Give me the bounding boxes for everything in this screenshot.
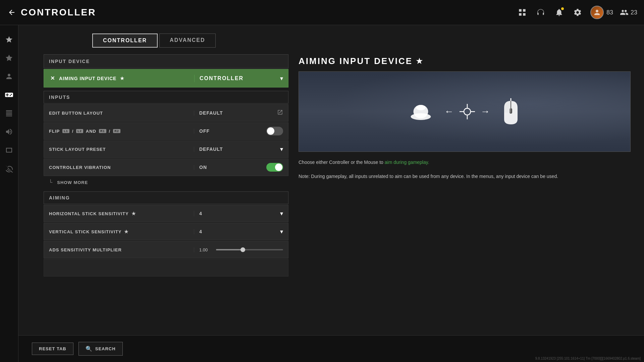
vertical-stick-sensitivity-value: 4 ▾	[194, 228, 288, 235]
tab-advanced[interactable]: ADVANCED	[159, 34, 215, 48]
crosshair-icon	[459, 103, 476, 120]
ads-sensitivity-label: ADS SENSITIVITY MULTIPLIER	[44, 247, 194, 252]
avatar	[590, 6, 604, 19]
joystick-icon	[408, 98, 434, 125]
tab-bar: CONTROLLER ADVANCED	[18, 25, 644, 48]
controller-vibration-value: ON	[194, 163, 288, 172]
vibration-toggle[interactable]	[266, 163, 283, 172]
svg-point-4	[464, 108, 471, 115]
right-panel-description1: Choose either Controller or the Mouse to…	[299, 159, 631, 166]
arrows-crosshair: ← →	[444, 103, 490, 120]
search-icon: 🔍	[86, 346, 93, 352]
horizontal-stick-sensitivity-value: 4 ▾	[194, 210, 288, 217]
sidebar-item-featured[interactable]	[2, 50, 17, 65]
horizontal-stick-sensitivity-row[interactable]: HORIZONTAL STICK SENSITIVITY ★ 4 ▾	[44, 205, 288, 222]
aiming-star-icon: ★	[120, 75, 124, 81]
svg-point-3	[417, 106, 421, 108]
flip-label: FLIP L1 / L2 AND R1 / R2	[44, 129, 194, 134]
tab-controller[interactable]: CONTROLLER	[92, 34, 158, 48]
chevron-down-icon: ▾	[280, 75, 283, 82]
show-more-corner-icon: └	[49, 179, 53, 185]
left-panel: INPUT DEVICE ✕ AIMING INPUT DEVICE ★ CON…	[44, 54, 288, 355]
external-link-icon	[277, 109, 283, 117]
user-avatar[interactable]: 83	[590, 6, 613, 19]
user-level: 83	[606, 9, 613, 16]
vss-star-icon: ★	[124, 229, 129, 234]
friends-section[interactable]: 23	[620, 8, 637, 17]
main-content: CONTROLLER ADVANCED INPUT DEVICE ✕ AIMIN…	[18, 25, 644, 362]
flip-toggle[interactable]	[266, 127, 283, 135]
search-button[interactable]: 🔍 SEARCH	[78, 342, 123, 356]
right-arrow-icon: →	[481, 106, 490, 117]
sidebar-item-starred[interactable]	[2, 32, 17, 47]
sidebar-item-network[interactable]	[2, 161, 17, 176]
ads-sensitivity-slider[interactable]	[216, 249, 283, 250]
edit-button-layout-row[interactable]: EDIT BUTTON LAYOUT DEFAULT	[44, 104, 288, 122]
toggle-thumb	[275, 164, 282, 171]
headset-icon[interactable]	[535, 7, 547, 18]
vss-chevron-icon: ▾	[280, 228, 283, 235]
ads-sensitivity-multiplier-row[interactable]: ADS SENSITIVITY MULTIPLIER 1.00	[44, 241, 288, 258]
sidebar-item-controller[interactable]	[2, 87, 17, 102]
sidebar	[0, 25, 18, 362]
aiming-input-device-label: AIMING INPUT DEVICE	[59, 76, 116, 81]
grid-icon[interactable]	[517, 7, 528, 18]
sidebar-item-graphics[interactable]	[2, 106, 17, 121]
content-area: INPUT DEVICE ✕ AIMING INPUT DEVICE ★ CON…	[18, 48, 644, 362]
vertical-stick-sensitivity-row[interactable]: VERTICAL STICK SENSITIVITY ★ 4 ▾	[44, 223, 288, 240]
svg-point-2	[416, 105, 426, 110]
horizontal-stick-sensitivity-label: HORIZONTAL STICK SENSITIVITY ★	[44, 211, 194, 216]
sidebar-item-profile[interactable]	[2, 69, 17, 84]
highlight-text: aim during gameplay.	[385, 160, 429, 165]
flip-value: OFF	[194, 127, 288, 135]
show-more-row[interactable]: └ SHOW MORE	[44, 177, 288, 188]
input-device-left: ✕ AIMING INPUT DEVICE ★	[44, 75, 194, 82]
right-panel: AIMING INPUT DEVICE ★	[299, 54, 631, 355]
slider-thumb	[240, 247, 245, 252]
page-title: CONTROLLER	[21, 7, 96, 18]
close-icon: ✕	[49, 75, 56, 82]
notification-dot	[561, 7, 564, 10]
mouse-icon	[500, 98, 522, 126]
aiming-input-device-row[interactable]: ✕ AIMING INPUT DEVICE ★ CONTROLLER ▾	[44, 69, 288, 87]
back-arrow-icon	[7, 7, 17, 17]
input-device-section-header: INPUT DEVICE	[44, 54, 288, 68]
ads-sensitivity-slider-container: 1.00	[194, 247, 288, 252]
stick-layout-preset-value: DEFAULT ▾	[194, 145, 288, 153]
edit-button-layout-label: EDIT BUTTON LAYOUT	[44, 111, 194, 116]
version-text: 9.8.13241923 [255:101:1614+11] Tm [7000]…	[535, 357, 641, 360]
aiming-input-device-value: CONTROLLER	[200, 75, 244, 81]
inputs-section-header: INPUTS	[44, 91, 288, 104]
vertical-stick-sensitivity-label: VERTICAL STICK SENSITIVITY ★	[44, 229, 194, 234]
bell-icon[interactable]	[553, 7, 565, 18]
toggle-thumb	[267, 127, 274, 135]
preview-area: ← →	[299, 71, 631, 152]
stick-layout-preset-row[interactable]: STICK LAYOUT PRESET DEFAULT ▾	[44, 140, 288, 158]
controller-vibration-row[interactable]: CONTROLLER VIBRATION ON	[44, 159, 288, 176]
hss-chevron-icon: ▾	[280, 210, 283, 217]
stick-layout-preset-label: STICK LAYOUT PRESET	[44, 147, 194, 152]
right-panel-title: AIMING INPUT DEVICE ★	[299, 54, 631, 66]
reset-tab-button[interactable]: RESET TAB	[32, 343, 73, 355]
sidebar-item-audio[interactable]	[2, 124, 17, 139]
controller-vibration-label: CONTROLLER VIBRATION	[44, 165, 194, 170]
preview-icons: ← →	[408, 98, 522, 126]
stick-layout-chevron-icon: ▾	[280, 145, 283, 153]
ads-sensitivity-value: 1.00	[199, 247, 211, 252]
header: CONTROLLER	[0, 0, 644, 25]
title-star-icon: ★	[416, 57, 424, 66]
settings-icon[interactable]	[572, 7, 584, 18]
show-more-label: SHOW MORE	[57, 180, 88, 185]
partially-visible-row	[44, 259, 288, 277]
edit-button-layout-value: DEFAULT	[194, 109, 288, 117]
left-arrow-icon: ←	[444, 106, 454, 117]
slider-fill	[216, 249, 243, 250]
right-panel-description2: Note: During gameplay, all inputs unrela…	[299, 173, 631, 180]
flip-row[interactable]: FLIP L1 / L2 AND R1 / R2 OFF	[44, 122, 288, 140]
input-device-right: CONTROLLER ▾	[194, 75, 288, 82]
aiming-section-header: AIMING	[44, 191, 288, 204]
hss-star-icon: ★	[131, 211, 136, 216]
sidebar-item-hud[interactable]	[2, 142, 17, 158]
friend-count: 23	[631, 9, 637, 16]
back-button[interactable]: CONTROLLER	[7, 7, 96, 18]
